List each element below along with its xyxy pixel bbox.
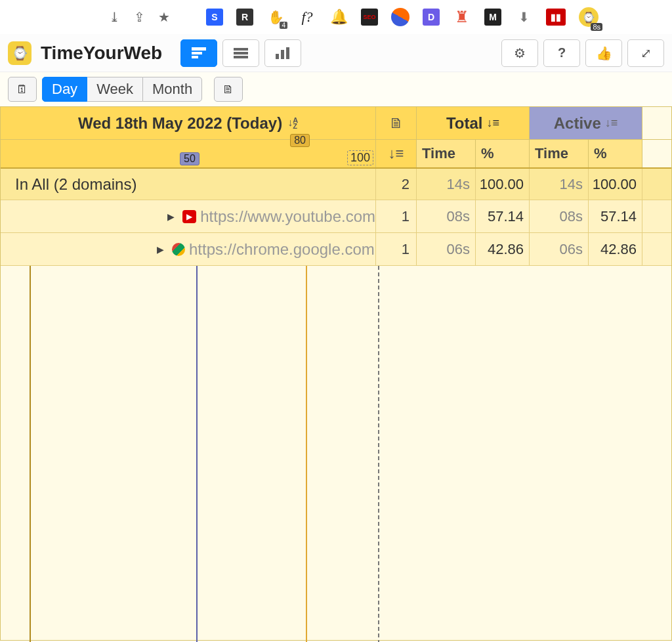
range-month-button[interactable]: Month (142, 77, 202, 102)
header-row-2: ↓≡ Time % Time % (1, 140, 671, 169)
row-docs: 1 (376, 200, 417, 232)
fullscreen-button[interactable]: ⤢ (627, 39, 664, 67)
header-active-time: Time (530, 140, 589, 167)
expand-toggle-icon[interactable]: ▶ (157, 244, 164, 255)
extension-lighthouse-icon[interactable]: ♜ (453, 8, 471, 26)
header-date: Wed 18th May 2022 (Today) (78, 114, 282, 133)
row-docs: 1 (376, 233, 417, 265)
summary-docs: 2 (376, 169, 417, 200)
guideline-50 (196, 266, 198, 642)
favicon-chrome-icon (172, 243, 185, 256)
help-button[interactable]: ? (543, 39, 580, 67)
svg-rect-7 (281, 50, 284, 59)
svg-rect-0 (192, 47, 206, 51)
extension-d-icon[interactable]: D (423, 9, 440, 26)
summary-row: In All (2 domains) 2 14s 100.00 14s 100.… (1, 169, 671, 200)
extension-seo-icon[interactable]: SEO (361, 9, 378, 26)
app-header: ⌚ TimeYourWeb ⚙ ? 👍 ⤢ (0, 34, 672, 72)
summary-active-pct: 100.00 (589, 169, 642, 200)
domain-url[interactable]: https://chrome.google.com (189, 240, 375, 259)
row-total-pct: 42.86 (476, 233, 530, 265)
domain-chart-cell: ▶ https://chrome.google.com (1, 233, 376, 265)
timeyourweb-badge: 8s (591, 23, 602, 31)
marker-100: 100 (347, 150, 373, 165)
extension-s-icon[interactable]: S (206, 9, 223, 26)
marker-50: 50 (180, 152, 200, 165)
svg-rect-1 (192, 52, 202, 54)
extension-timeyourweb-icon[interactable]: ⌚8s (579, 7, 598, 27)
extension-r-icon[interactable]: R (236, 9, 253, 26)
row-total-time: 06s (417, 233, 476, 265)
guideline-100 (378, 266, 379, 642)
extension-bell-icon[interactable]: 🔔 (329, 8, 348, 26)
extension-font-icon[interactable]: f? (298, 8, 316, 26)
guideline-start (30, 266, 31, 642)
row-total-pct: 57.14 (476, 200, 530, 232)
svg-rect-6 (276, 54, 279, 59)
extension-record-icon[interactable]: ▮▮ (546, 9, 566, 26)
header-doc-icon[interactable]: 🗎 (376, 107, 417, 139)
header-row-1: Wed 18th May 2022 (Today) ↓AZ 80 50 100 … (1, 107, 671, 140)
downloads-icon[interactable]: ⤓ (105, 8, 123, 26)
like-button[interactable]: 👍 (585, 39, 622, 67)
summary-total-time: 14s (417, 169, 476, 200)
svg-rect-2 (192, 56, 198, 58)
extension-adblock-icon[interactable]: ✋4 (266, 8, 285, 26)
share-icon[interactable]: ⇪ (130, 8, 148, 26)
export-button[interactable]: 🗎 (214, 77, 243, 102)
svg-rect-3 (234, 48, 248, 51)
adblock-badge: 4 (280, 22, 287, 29)
summary-active-time: 14s (530, 169, 589, 200)
sort-active-icon[interactable]: ↓≡ (605, 116, 618, 130)
extension-download-icon[interactable]: ⬇ (514, 8, 533, 26)
header-total-time: Time (417, 140, 476, 167)
header-date-cell: Wed 18th May 2022 (Today) ↓AZ 80 50 100 (1, 107, 376, 139)
sort-alpha-icon[interactable]: ↓AZ (287, 117, 298, 129)
domain-url[interactable]: https://www.youtube.com (200, 207, 375, 226)
browser-extension-bar: ⤓ ⇪ ★ S R ✋4 f? 🔔 SEO D ♜ M ⬇ ▮▮ ⌚8s (0, 0, 672, 34)
range-group: Day Week Month (42, 77, 202, 102)
header-sort-doc-icon[interactable]: ↓≡ (376, 140, 417, 167)
view-summary-button[interactable] (180, 39, 217, 67)
view-timeline-button[interactable] (222, 39, 259, 67)
expand-toggle-icon[interactable]: ▶ (167, 211, 175, 222)
favicon-youtube-icon: ▶ (182, 210, 196, 223)
row-active-pct: 42.86 (589, 233, 642, 265)
svg-rect-4 (234, 52, 248, 54)
row-active-pct: 57.14 (589, 200, 642, 232)
svg-rect-5 (234, 56, 248, 58)
domain-chart-cell: ▶ ▶ https://www.youtube.com (1, 200, 376, 232)
summary-label: In All (2 domains) (1, 169, 376, 200)
data-area: Wed 18th May 2022 (Today) ↓AZ 80 50 100 … (0, 106, 672, 641)
header-active-pct: % (589, 140, 642, 167)
view-chart-button[interactable] (264, 39, 301, 67)
sort-total-icon[interactable]: ↓≡ (487, 116, 500, 130)
row-active-time: 06s (530, 233, 589, 265)
settings-button[interactable]: ⚙ (501, 39, 538, 67)
extension-m-icon[interactable]: M (484, 9, 501, 26)
extension-similarweb-icon[interactable] (391, 8, 410, 26)
marker-80: 80 (290, 134, 310, 147)
svg-rect-8 (286, 47, 289, 59)
summary-total-pct: 100.00 (476, 169, 530, 200)
range-row: 🗓 Day Week Month 🗎 (0, 72, 672, 106)
range-week-button[interactable]: Week (87, 77, 142, 102)
row-total-time: 08s (417, 200, 476, 232)
guideline-80 (306, 266, 307, 642)
table-row: ▶ ▶ https://www.youtube.com 1 08s 57.14 … (1, 200, 671, 233)
calendar-button[interactable]: 🗓 (8, 77, 37, 102)
app-logo-icon: ⌚ (8, 41, 32, 65)
header-total: Total ↓≡ (417, 107, 530, 139)
app-brand: TimeYourWeb (41, 43, 162, 64)
header-active: Active ↓≡ (530, 107, 642, 139)
bookmark-star-icon[interactable]: ★ (155, 8, 173, 26)
table-row: ▶ https://chrome.google.com 1 06s 42.86 … (1, 233, 671, 266)
range-day-button[interactable]: Day (42, 77, 87, 102)
row-active-time: 08s (530, 200, 589, 232)
body-background (1, 266, 671, 642)
header-total-pct: % (476, 140, 530, 167)
